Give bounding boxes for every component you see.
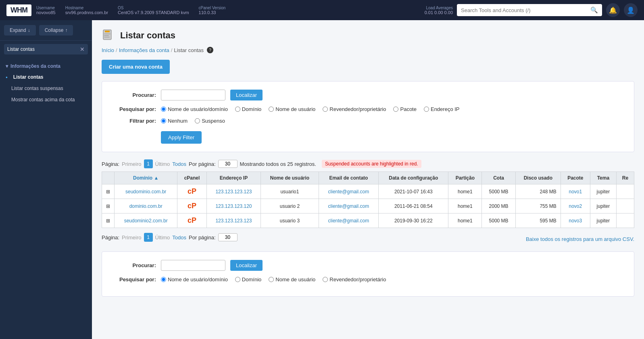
radio-none[interactable]: Nenhum: [161, 118, 188, 124]
col-username[interactable]: Nome de usuário: [261, 172, 319, 184]
topbar-right: Load Averages 0.01 0.00 0.00 🔍 🔔 👤: [425, 3, 638, 17]
col-setup[interactable]: Data de configuração: [379, 172, 448, 184]
row-re: [616, 199, 634, 213]
topbar-search-button[interactable]: 🔍: [586, 4, 602, 16]
table-row: ⊞ seudominio.com.br cP 123.123.123.123 u…: [102, 184, 634, 199]
sidebar-search-clear[interactable]: ✕: [77, 44, 88, 54]
collapse-button[interactable]: Collapse ↑: [39, 25, 73, 36]
load-avg-label: Load Averages: [426, 6, 453, 10]
col-domain[interactable]: Domínio ▲: [115, 172, 177, 184]
create-account-button[interactable]: Criar uma nova conta: [102, 60, 170, 74]
cpanel-icon: cP: [188, 216, 196, 224]
row-package: novo3: [561, 213, 590, 228]
breadcrumb-section[interactable]: Informações da conta: [119, 47, 169, 53]
sidebar-item-over-quota[interactable]: Mostrar contas acima da cota: [0, 94, 92, 105]
row-theme: jupiter: [590, 184, 616, 199]
row-ip: 123.123.123.123: [206, 213, 261, 228]
row-cpanel[interactable]: cP: [177, 184, 206, 199]
row-disk-used: 755 MB: [515, 199, 561, 213]
topbar-search-box[interactable]: 🔍: [457, 4, 602, 16]
cpanel-icon: cP: [188, 202, 196, 210]
notifications-button[interactable]: 🔔: [606, 3, 620, 17]
bottom-pagination: Página: Primeiro 1 Último Todos Por pági…: [102, 233, 634, 245]
apply-filter-button[interactable]: Apply Filter: [161, 131, 202, 144]
row-disk-used: 595 MB: [515, 213, 561, 228]
row-partition: home1: [448, 213, 482, 228]
topbar: WHM Username novovo85 Hostname srv96.pro…: [0, 0, 644, 20]
row-expand[interactable]: ⊞: [102, 184, 115, 199]
col-quota[interactable]: Cota: [482, 172, 516, 184]
radio-package[interactable]: Pacote: [393, 106, 416, 112]
os-label: OS: [118, 6, 189, 10]
filter-search-row: Procurar: Localizar: [112, 90, 624, 100]
whm-logo: WHM: [6, 4, 31, 16]
localizar-button[interactable]: Localizar: [230, 90, 263, 100]
col-disk[interactable]: Disco usado: [515, 172, 561, 184]
col-ip[interactable]: Endereço IP: [206, 172, 261, 184]
svg-rect-3: [104, 35, 109, 36]
expand-button[interactable]: Expand ↓: [4, 25, 36, 36]
all-pages-link-bottom[interactable]: Todos: [172, 234, 186, 241]
col-cpanel[interactable]: cPanel: [177, 172, 206, 184]
sidebar-item-label: Listar contas: [13, 74, 44, 80]
all-pages-link-top[interactable]: Todos: [172, 161, 186, 167]
last-page-link-bottom[interactable]: Último: [155, 234, 170, 241]
filter-search-input-bottom[interactable]: [161, 260, 225, 271]
row-partition: home1: [448, 184, 482, 199]
topbar-left: WHM Username novovo85 Hostname srv96.pro…: [6, 4, 225, 16]
row-username: usuario1: [261, 184, 319, 199]
table-row: ⊞ seudominio2.com.br cP 123.123.123.123 …: [102, 213, 634, 228]
csv-download-link[interactable]: Baixe todos os registros para um arquivo…: [526, 236, 634, 242]
topbar-search-input[interactable]: [457, 5, 586, 16]
radio-username-bottom[interactable]: Nome de usuário: [269, 276, 315, 282]
table-row: ⊞ dominio.com.br cP 123.123.123.120 usua…: [102, 199, 634, 213]
row-expand[interactable]: ⊞: [102, 199, 115, 213]
row-domain: dominio.com.br: [115, 199, 177, 213]
hostname-label: Hostname: [65, 6, 108, 10]
row-setup-date: 2011-06-21 08:54: [379, 199, 448, 213]
filter-panel-bottom: Procurar: Localizar Pesquisar por: Nome …: [102, 251, 634, 297]
chevron-down-icon: ▾: [6, 63, 8, 69]
first-page-link-bottom[interactable]: Primeiro: [122, 234, 141, 241]
row-ip: 123.123.123.123: [206, 184, 261, 199]
col-package[interactable]: Pacote: [561, 172, 590, 184]
radio-username-domain-bottom[interactable]: Nome de usuário/domínio: [161, 276, 228, 282]
per-page-label-bottom: Por página:: [189, 234, 216, 241]
sidebar-item-suspended-accounts[interactable]: Listar contas suspensas: [0, 83, 92, 94]
row-re: [616, 184, 634, 199]
radio-suspended[interactable]: Suspenso: [195, 118, 225, 124]
filter-search-label: Procurar:: [112, 92, 156, 98]
per-page-input-bottom[interactable]: [218, 233, 238, 241]
radio-ip[interactable]: Endereço IP: [424, 106, 460, 112]
filter-search-input[interactable]: [161, 90, 225, 100]
sidebar-section-header[interactable]: ▾ Informações da conta: [0, 61, 92, 71]
col-theme[interactable]: Tema: [590, 172, 616, 184]
showing-text: Mostrando todos os 25 registros.: [240, 161, 316, 167]
user-button[interactable]: 👤: [624, 3, 638, 17]
radio-reseller[interactable]: Revendedor/proprietário: [323, 106, 386, 112]
topbar-meta: Username novovo85 Hostname srv96.prodnns…: [36, 6, 225, 15]
sidebar-controls: Expand ↓ Collapse ↑: [0, 20, 92, 41]
col-partition[interactable]: Partição: [448, 172, 482, 184]
radio-username-domain[interactable]: Nome de usuário/domínio: [161, 106, 228, 112]
radio-username[interactable]: Nome de usuário: [269, 106, 315, 112]
sidebar-item-label: Listar contas suspensas: [11, 86, 63, 91]
radio-reseller-bottom[interactable]: Revendedor/proprietário: [323, 276, 386, 282]
localizar-button-bottom[interactable]: Localizar: [230, 260, 263, 271]
first-page-link-top[interactable]: Primeiro: [122, 161, 141, 167]
col-email[interactable]: Email de contato: [319, 172, 378, 184]
row-cpanel[interactable]: cP: [177, 213, 206, 228]
sidebar-item-list-accounts[interactable]: Listar contas: [0, 71, 92, 83]
sidebar-search[interactable]: ✕: [4, 44, 88, 54]
last-page-link-top[interactable]: Último: [155, 161, 170, 167]
filter-searchby-options-bottom: Nome de usuário/domínio Domínio Nome de …: [161, 276, 386, 282]
breadcrumb-home[interactable]: Início: [102, 47, 114, 53]
help-icon[interactable]: ?: [207, 47, 213, 53]
radio-domain-bottom[interactable]: Domínio: [235, 276, 261, 282]
per-page-input-top[interactable]: [218, 160, 238, 168]
radio-domain[interactable]: Domínio: [235, 106, 261, 112]
sidebar-search-input[interactable]: [4, 44, 77, 54]
row-email: cliente@gmail.com: [319, 213, 378, 228]
row-cpanel[interactable]: cP: [177, 199, 206, 213]
row-expand[interactable]: ⊞: [102, 213, 115, 228]
